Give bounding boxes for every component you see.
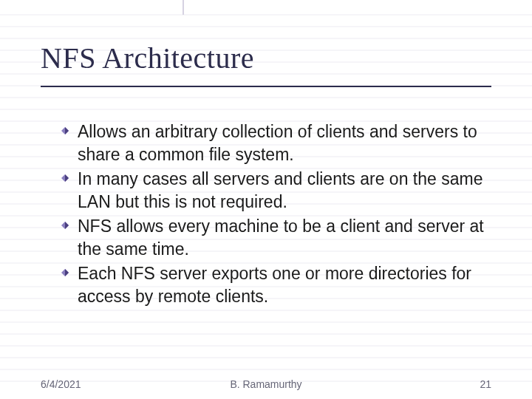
bullet-list: Allows an arbitrary collection of client… [41, 120, 491, 308]
bullet-item: Allows an arbitrary collection of client… [61, 120, 491, 166]
svg-marker-34 [65, 127, 69, 134]
slide: NFS Architecture Allows an arbitrary col… [0, 0, 532, 399]
diamond-bullet-icon [61, 222, 69, 229]
bullet-text: Each NFS server exports one or more dire… [78, 264, 471, 306]
bullet-text: Allows an arbitrary collection of client… [78, 122, 477, 164]
footer-author: B. Ramamurthy [0, 378, 532, 390]
diamond-bullet-icon [61, 174, 69, 182]
bullet-text: NFS allows every machine to be a client … [78, 216, 484, 259]
svg-marker-38 [65, 222, 69, 229]
svg-marker-40 [65, 269, 69, 276]
svg-marker-36 [65, 174, 69, 182]
bullet-item: Each NFS server exports one or more dire… [61, 262, 491, 308]
diamond-bullet-icon [61, 127, 69, 134]
diamond-bullet-icon [61, 269, 69, 276]
bullet-item: NFS allows every machine to be a client … [61, 215, 491, 261]
bullet-text: In many cases all servers and clients ar… [78, 169, 482, 211]
slide-title: NFS Architecture [41, 41, 491, 87]
bullet-item: In many cases all servers and clients ar… [61, 168, 491, 214]
footer-page-number: 21 [480, 378, 491, 390]
